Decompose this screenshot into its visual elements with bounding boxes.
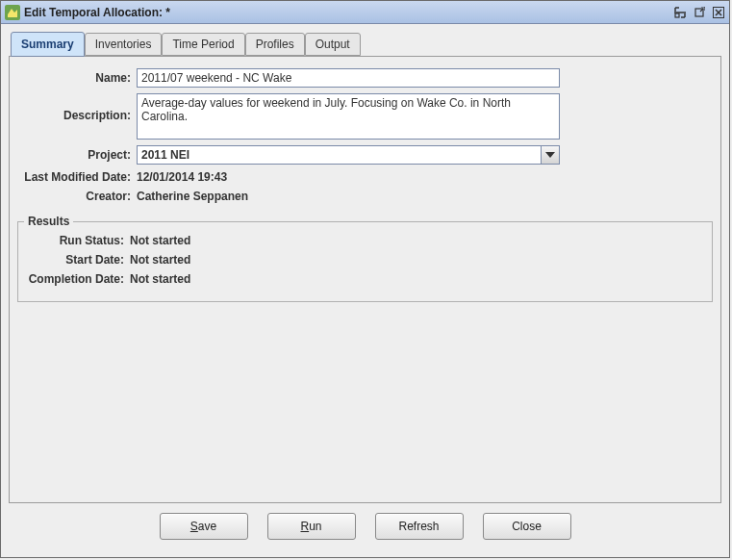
close-button[interactable]: [712, 6, 725, 19]
completion-date-value: Not started: [130, 272, 190, 286]
results-fieldset: Results Run Status: Not started Start Da…: [17, 215, 713, 302]
start-date-value: Not started: [130, 253, 190, 267]
window-body: Summary Inventories Time Period Profiles…: [1, 24, 729, 557]
button-bar: Save Run Refresh Close: [9, 503, 721, 549]
label-creator: Creator:: [17, 190, 137, 203]
save-button[interactable]: Save: [160, 513, 248, 540]
run-button[interactable]: Run: [267, 513, 356, 540]
chevron-down-icon: [545, 152, 555, 158]
window-controls: [673, 6, 725, 19]
creator-value: Catherine Seppanen: [137, 190, 248, 203]
maximize-button[interactable]: [693, 6, 706, 19]
results-legend: Results: [24, 215, 73, 228]
window-title: Edit Temporal Allocation: *: [24, 6, 673, 19]
run-status-value: Not started: [130, 234, 190, 247]
last-modified-value: 12/01/2014 19:43: [137, 170, 227, 184]
name-input[interactable]: [137, 68, 560, 88]
description-textarea[interactable]: [137, 93, 560, 140]
tab-time-period[interactable]: Time Period: [162, 33, 244, 56]
minimize-button[interactable]: [673, 6, 687, 19]
app-icon: [5, 5, 20, 20]
label-last-modified: Last Modified Date:: [17, 170, 137, 184]
label-project: Project:: [17, 148, 137, 162]
tab-summary[interactable]: Summary: [11, 32, 85, 57]
label-completion-date: Completion Date:: [24, 272, 130, 286]
tab-strip: Summary Inventories Time Period Profiles…: [9, 32, 721, 56]
tab-panel-summary: Name: Description: Project: 2011 NEI: [9, 56, 721, 503]
label-description: Description:: [17, 93, 137, 122]
titlebar: Edit Temporal Allocation: *: [1, 1, 729, 24]
svg-rect-1: [675, 13, 679, 17]
combobox-button[interactable]: [541, 146, 559, 164]
label-start-date: Start Date:: [24, 253, 130, 267]
label-run-status: Run Status:: [24, 234, 130, 247]
tab-output[interactable]: Output: [305, 33, 361, 56]
tab-profiles[interactable]: Profiles: [245, 33, 305, 56]
window-frame: Edit Temporal Allocation: *: [0, 0, 730, 558]
label-name: Name:: [17, 71, 137, 85]
project-value: 2011 NEI: [138, 148, 541, 162]
refresh-button[interactable]: Refresh: [375, 513, 464, 540]
tab-inventories[interactable]: Inventories: [85, 33, 163, 56]
project-combobox[interactable]: 2011 NEI: [137, 145, 560, 165]
close-window-button[interactable]: Close: [483, 513, 571, 540]
